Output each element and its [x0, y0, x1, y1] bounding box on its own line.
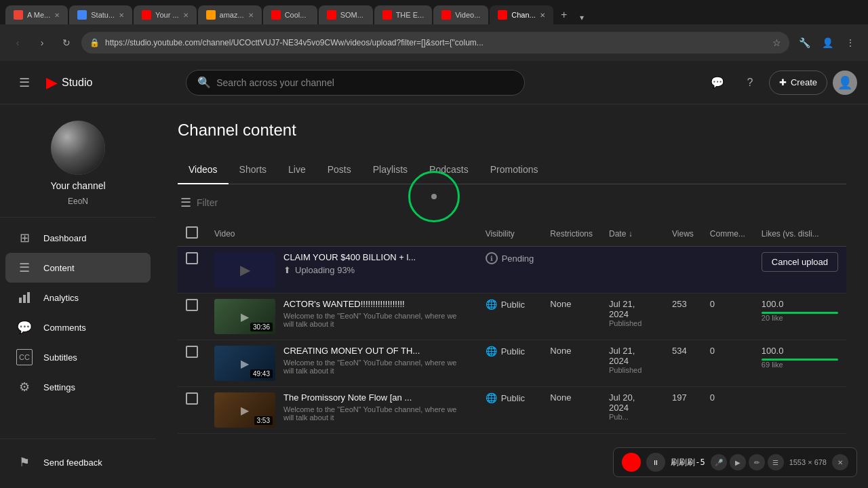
browser-tab-amazon[interactable]: amaz... ✕ — [198, 5, 262, 24]
tab-close-gmail[interactable]: ✕ — [54, 12, 60, 19]
sidebar-item-dashboard[interactable]: ⊞ Dashboard — [5, 223, 151, 253]
browser-tabs: A Me... ✕ Statu... ✕ Your ... ✕ amaz... … — [0, 0, 868, 24]
sidebar-item-comments[interactable]: 💬 Comments — [5, 312, 151, 342]
tab-posts[interactable]: Posts — [317, 156, 362, 184]
tab-podcasts[interactable]: Podcasts — [418, 156, 479, 184]
search-input[interactable] — [216, 77, 513, 88]
content-tabs: Videos Shorts Live Posts Playlists Podca… — [178, 156, 846, 184]
rec-ctrl-2[interactable]: ▶ — [730, 454, 746, 470]
sidebar-item-subtitles[interactable]: CC Subtitles — [5, 342, 151, 372]
tab-close-yt1[interactable]: ✕ — [183, 12, 189, 19]
video-info-actors: ACTOR's WANTED!!!!!!!!!!!!!!!!!! Welcome… — [283, 299, 469, 328]
date-cell-promissory: Jul 20, 2024 Pub... — [609, 392, 656, 421]
rec-ctrl-4[interactable]: ☰ — [768, 454, 784, 470]
sidebar-item-label-settings: Settings — [43, 382, 75, 392]
video-title-promissory: The Promissory Note Flow [an ... — [283, 392, 469, 403]
tab-live[interactable]: Live — [277, 156, 317, 184]
content-table: Video Visibility Restrictions Date ↓ Vie… — [178, 221, 846, 434]
cancel-upload-button[interactable]: Cancel upload — [762, 252, 838, 272]
upload-status: ⬆ Uploading 93% — [283, 265, 469, 275]
browser-tab-thee[interactable]: THE E... — [374, 5, 433, 24]
rec-ctrl-1[interactable]: 🎤 — [711, 454, 727, 470]
create-button[interactable]: ✚ Create — [769, 70, 827, 95]
record-stop-button[interactable] — [622, 453, 641, 472]
select-all-checkbox[interactable] — [186, 226, 198, 239]
tab-overflow-button[interactable]: ▾ — [575, 11, 589, 24]
video-thumb-promissory[interactable]: ▶ 3:53 — [214, 392, 275, 428]
browser-tab-some[interactable]: SOM... — [319, 5, 373, 24]
video-thumb-money[interactable]: ▶ 49:43 — [214, 346, 275, 381]
subtitles-icon: CC — [16, 349, 33, 365]
back-button[interactable]: ‹ — [8, 33, 27, 52]
logo-area: ▶ Studio — [46, 74, 92, 92]
menu-toggle-button[interactable]: ☰ — [11, 69, 38, 96]
rec-close-button[interactable]: ✕ — [832, 454, 848, 470]
sidebar-item-label-analytics: Analytics — [43, 293, 79, 303]
th-likes: Likes (vs. disli... — [753, 221, 846, 247]
sidebar-item-settings[interactable]: ⚙ Settings — [5, 372, 151, 402]
browser-tab-chan[interactable]: Chan... ✕ — [490, 5, 553, 24]
search-icon: 🔍 — [197, 76, 211, 89]
url-text: https://studio.youtube.com/channel/UCOct… — [105, 38, 767, 47]
reload-button[interactable]: ↻ — [57, 33, 76, 52]
browser-tab-video[interactable]: Video... — [433, 5, 488, 24]
video-cell-promissory: ▶ 3:53 The Promissory Note Flow [an ... … — [214, 392, 469, 428]
tab-favicon-yt1 — [142, 10, 151, 20]
channel-name: Your channel — [50, 180, 105, 191]
tab-close-chan[interactable]: ✕ — [540, 12, 545, 19]
tab-close-status[interactable]: ✕ — [119, 12, 124, 19]
tab-playlists[interactable]: Playlists — [362, 156, 418, 184]
table-body: ▶ CLAIM YOUR $400 BILLION + l... ⬆ Uploa… — [178, 247, 846, 434]
tab-promotions[interactable]: Promotions — [479, 156, 549, 184]
studio-logo-text: Studio — [62, 77, 92, 89]
tab-favicon-chan — [498, 10, 507, 20]
tab-close-amazon[interactable]: ✕ — [248, 12, 254, 19]
browser-tab-yt1[interactable]: Your ... ✕ — [134, 5, 196, 24]
svg-rect-1 — [23, 295, 26, 303]
sidebar-item-content[interactable]: ☰ Content — [5, 253, 151, 283]
row-checkbox-money[interactable] — [186, 346, 198, 358]
feedback-icon: ⚑ — [16, 454, 33, 470]
channel-avatar[interactable] — [51, 121, 105, 175]
extensions-button[interactable]: 🔧 — [795, 33, 814, 52]
sidebar-item-label-dashboard: Dashboard — [43, 233, 87, 243]
video-info-upload: CLAIM YOUR $400 BILLION + l... ⬆ Uploadi… — [283, 252, 469, 275]
profile-button[interactable]: 👤 — [818, 33, 837, 52]
row-checkbox-upload[interactable] — [186, 252, 198, 264]
send-feedback-button[interactable]: ⚑ Send feedback — [5, 447, 151, 477]
bookmark-icon[interactable]: ☆ — [772, 37, 781, 48]
video-title-upload: CLAIM YOUR $400 BILLION + l... — [283, 252, 469, 262]
likes-pct-actors: 100.0 — [762, 299, 784, 309]
new-tab-button[interactable]: + — [555, 5, 574, 24]
address-bar[interactable]: 🔒 https://studio.youtube.com/channel/UCO… — [81, 32, 789, 54]
td-checkbox-promissory — [178, 387, 206, 434]
feedback-icon-button[interactable]: 💬 — [704, 69, 731, 96]
browser-tab-gmail[interactable]: A Me... ✕ — [5, 5, 68, 24]
tab-shorts[interactable]: Shorts — [229, 156, 277, 184]
row-checkbox-actors[interactable] — [186, 299, 198, 311]
browser-tab-status[interactable]: Statu... ✕ — [69, 5, 132, 24]
sidebar-item-analytics[interactable]: Analytics — [5, 283, 151, 312]
tab-videos[interactable]: Videos — [178, 156, 229, 184]
record-pause-button[interactable]: ⏸ — [646, 453, 665, 472]
search-input-wrap[interactable]: 🔍 — [186, 70, 525, 96]
td-date-actors: Jul 21, 2024 Published — [601, 293, 664, 340]
visibility-cell-money: 🌐 Public — [486, 346, 534, 357]
row-checkbox-promissory[interactable] — [186, 392, 198, 405]
browser-tab-cool[interactable]: Cool... — [263, 5, 317, 24]
help-button[interactable]: ? — [736, 69, 764, 96]
sidebar-item-label-content: Content — [43, 263, 75, 273]
create-icon: ✚ — [779, 77, 787, 87]
filter-input[interactable] — [197, 197, 844, 208]
video-thumb-actors[interactable]: ▶ 30:36 — [214, 299, 275, 334]
forward-button[interactable]: › — [33, 33, 52, 52]
td-date-promissory: Jul 20, 2024 Pub... — [601, 387, 664, 434]
more-button[interactable]: ⋮ — [841, 33, 860, 52]
rec-ctrl-3[interactable]: ✏ — [749, 454, 765, 470]
lock-icon: 🔒 — [90, 38, 100, 47]
browser-chrome: A Me... ✕ Statu... ✕ Your ... ✕ amaz... … — [0, 0, 868, 61]
td-video-money: ▶ 49:43 CREATING MONEY OUT OF TH... Welc… — [206, 340, 477, 387]
video-cell-money: ▶ 49:43 CREATING MONEY OUT OF TH... Welc… — [214, 346, 469, 381]
td-restrictions-money: None — [542, 340, 601, 387]
user-avatar[interactable]: 👤 — [833, 70, 857, 95]
